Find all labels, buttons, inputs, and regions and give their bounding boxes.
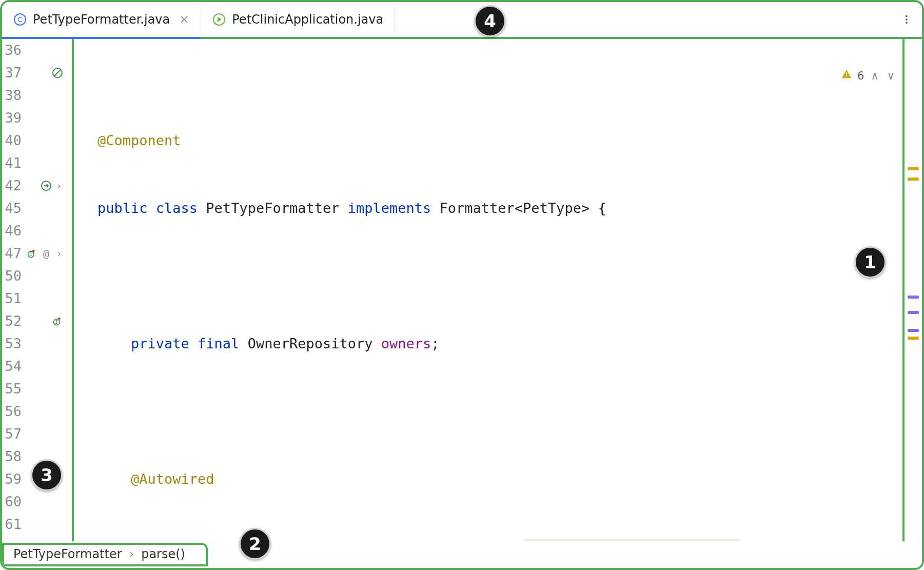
warning-icon [773,42,852,110]
line-number: 36 [2,39,22,62]
code-area[interactable]: 6 ∧ ∨ @Component public class PetTypeFor… [92,39,902,570]
breadcrumb-class[interactable]: PetTypeFormatter [13,547,122,561]
stripe-marker[interactable] [908,178,919,181]
line-number: 60 [2,490,22,513]
annotation: @Component [97,129,181,152]
bean-nav-icon[interactable] [40,180,52,192]
svg-text:I: I [30,252,32,257]
error-stripe[interactable] [902,39,922,570]
no-entry-icon[interactable] [51,67,64,79]
gutter-fold-spacer [74,39,92,570]
line-number: 58 [2,445,22,468]
line-number: 56 [2,400,22,423]
next-highlight-icon[interactable]: ∨ [886,64,896,88]
line-number: 38 [2,84,22,107]
svg-point-5 [906,22,908,24]
line-number: 57 [2,423,22,445]
line-number: 54 [2,355,22,378]
line-number: 53 [2,332,22,355]
line-number: 59 [2,468,22,490]
implements-icon[interactable]: I [51,315,64,327]
breadcrumb-bar: PetTypeFormatter › parse() [2,541,922,568]
fold-icon[interactable]: › [54,174,64,197]
annotation-badge-2: 2 [239,528,271,560]
stripe-marker[interactable] [908,167,919,170]
svg-rect-13 [846,72,847,75]
close-icon[interactable] [179,14,189,25]
svg-text:I: I [55,320,58,325]
implements-icon[interactable]: I [26,247,38,260]
stripe-marker[interactable] [908,296,919,299]
line-number: 39 [2,107,22,129]
editor-window: C PetTypeFormatter.java PetClinicApplica… [0,0,924,570]
line-number: 55 [2,378,22,400]
line-number: 41 [2,152,22,174]
line-number: 37 [2,62,22,84]
annotation-badge-1: 1 [854,246,886,278]
inspection-widget[interactable]: 6 ∧ ∨ [773,42,896,110]
breadcrumb[interactable]: PetTypeFormatter › parse() [2,543,208,566]
tab-label: PetTypeFormatter.java [33,12,170,27]
spring-run-icon [212,13,226,26]
annotation-badge-4: 4 [474,5,506,37]
inspection-count: 6 [857,65,864,87]
kebab-icon [901,14,912,25]
stripe-marker[interactable] [908,329,919,332]
code-editor: 36 37 38 39 40 41 42› 45 46 47I@› 50 51 … [2,39,922,541]
editor-tab-bar: C PetTypeFormatter.java PetClinicApplica… [2,2,922,39]
line-number: 51 [2,287,22,310]
svg-text:C: C [17,15,23,24]
line-number: 50 [2,265,22,287]
line-number: 47 [2,242,22,265]
svg-rect-14 [846,76,847,77]
tab-more-menu[interactable] [891,2,922,37]
breadcrumb-sep-icon: › [129,547,134,561]
prev-highlight-icon[interactable]: ∧ [870,64,880,88]
tab-petclinicapplication[interactable]: PetClinicApplication.java [201,2,395,37]
line-number: 40 [2,129,22,152]
line-number: 61 [2,513,22,536]
at-icon[interactable]: @ [40,247,52,260]
svg-point-3 [906,15,908,17]
gutter[interactable]: 36 37 38 39 40 41 42› 45 46 47I@› 50 51 … [2,39,74,570]
line-number: 52 [2,310,22,332]
fold-icon[interactable]: › [54,242,64,265]
line-number: 46 [2,220,22,242]
breadcrumb-method[interactable]: parse() [141,547,185,561]
svg-point-4 [906,18,908,21]
stripe-marker[interactable] [908,337,919,340]
java-class-icon: C [13,13,27,26]
tab-pettypeformatter[interactable]: C PetTypeFormatter.java [2,2,201,37]
svg-line-7 [54,70,61,76]
annotation-badge-3: 3 [31,459,63,491]
tab-label: PetClinicApplication.java [232,12,383,27]
line-number: 45 [2,197,22,220]
stripe-marker[interactable] [908,311,919,314]
line-number: 42 [2,174,22,197]
